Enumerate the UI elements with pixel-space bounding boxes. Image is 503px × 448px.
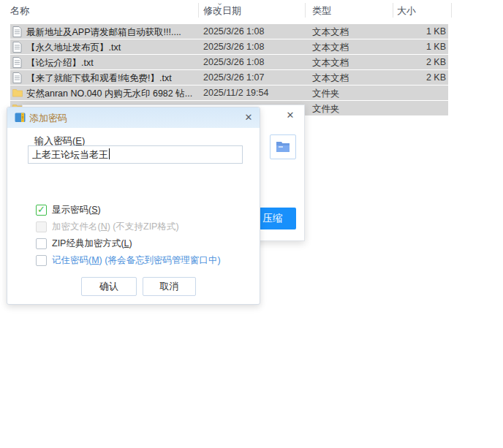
table-row[interactable]: 最新地址及APP请发邮箱自动获取!!!.... 2025/3/26 1:08 文… (10, 24, 448, 39)
checkbox-icon (36, 221, 47, 232)
cancel-button[interactable]: 取消 (143, 277, 196, 296)
checkbox-label: 记住密码(M) (将会备忘到密码管理窗口中) (52, 254, 221, 267)
checkbox-icon (36, 238, 47, 249)
text-file-icon (12, 42, 22, 53)
dialog-title: 添加密码 (29, 112, 67, 125)
browse-folder-button[interactable] (270, 134, 296, 159)
table-row[interactable]: 【来了就能下载和观看!纯免费!】.txt 2025/3/26 1:07 文本文档… (10, 70, 448, 85)
table-row[interactable]: 安然anran NO.040 内购无水印 6982 钻... 2025/11/2… (10, 86, 448, 100)
confirm-button[interactable]: 确认 (81, 277, 137, 296)
encrypt-filenames-checkbox: 加密文件名(N) (不支持ZIP格式) (36, 220, 179, 233)
file-size: 1 KB (426, 26, 446, 37)
checkbox-label: 显示密码(S) (52, 204, 101, 216)
file-type: 文件夹 (312, 88, 340, 100)
file-size: 2 KB (426, 57, 446, 67)
file-name: 安然anran NO.040 内购无水印 6982 钻... (26, 88, 196, 100)
file-date: 2025/3/26 1:08 (203, 42, 264, 52)
file-list: 最新地址及APP请发邮箱自动获取!!!.... 2025/3/26 1:08 文… (0, 24, 503, 116)
archive-zip-icon (15, 112, 26, 123)
screen: ⌄ 名称 修改日期 类型 大小 最新地址及APP请发邮箱自动获取!!!.... … (0, 0, 503, 448)
table-row[interactable]: 【论坛介绍】.txt 2025/3/26 1:08 文本文档 2 KB (10, 55, 448, 69)
zip-classic-encryption-checkbox[interactable]: ZIP经典加密方式(L) (36, 237, 132, 250)
column-separator[interactable] (451, 3, 452, 18)
column-separator[interactable] (305, 3, 306, 18)
file-name: 【永久地址发布页】.txt (26, 42, 196, 54)
file-size: 1 KB (426, 42, 446, 52)
file-type: 文本文档 (312, 26, 349, 39)
file-date: 2025/3/26 1:08 (203, 26, 264, 37)
file-type: 文本文档 (312, 72, 349, 85)
column-separator[interactable] (198, 3, 199, 18)
password-input[interactable]: 上老王论坛当老王 (28, 145, 243, 164)
file-date: 2025/3/26 1:07 (203, 72, 264, 83)
checkbox-label: 加密文件名(N) (不支持ZIP格式) (52, 221, 179, 233)
file-list-header: ⌄ 名称 修改日期 类型 大小 (0, 0, 503, 19)
password-input-value: 上老王论坛当老王 (32, 149, 108, 160)
file-type: 文本文档 (312, 57, 349, 69)
dialog-titlebar: 添加密码 ✕ (7, 107, 260, 128)
close-icon[interactable]: ✕ (282, 107, 298, 124)
file-name: 【来了就能下载和观看!纯免费!】.txt (26, 72, 196, 85)
folder-icon (12, 88, 23, 98)
column-separator[interactable] (393, 3, 393, 18)
text-caret (109, 148, 110, 159)
remember-password-checkbox[interactable]: 记住密码(M) (将会备忘到密码管理窗口中) (36, 254, 221, 267)
add-password-dialog: 添加密码 ✕ 输入密码(E) 上老王论坛当老王 显示密码(S) 加密文件名(N)… (7, 107, 260, 305)
column-header-size[interactable]: 大小 (397, 4, 416, 18)
table-row[interactable]: 【永久地址发布页】.txt 2025/3/26 1:08 文本文档 1 KB (10, 39, 448, 54)
file-size: 2 KB (426, 72, 446, 83)
file-name: 最新地址及APP请发邮箱自动获取!!!.... (26, 26, 196, 39)
close-icon[interactable]: ✕ (241, 110, 257, 126)
column-header-date[interactable]: 修改日期 (203, 4, 241, 18)
file-type: 文本文档 (312, 42, 349, 54)
text-file-icon (12, 72, 22, 83)
file-type: 文件夹 (312, 103, 340, 115)
checkbox-icon (36, 255, 47, 266)
text-file-icon (12, 57, 22, 68)
column-header-type[interactable]: 类型 (312, 4, 331, 18)
file-date: 2025/3/26 1:08 (203, 57, 264, 67)
file-name: 【论坛介绍】.txt (26, 57, 196, 69)
column-header-name[interactable]: 名称 (10, 4, 29, 18)
checkbox-icon (36, 205, 47, 216)
checkbox-label: ZIP经典加密方式(L) (52, 238, 132, 250)
text-file-icon (12, 26, 22, 37)
show-password-checkbox[interactable]: 显示密码(S) (36, 203, 101, 216)
blue-folder-icon (276, 141, 290, 153)
file-date: 2025/11/2 19:54 (203, 88, 268, 98)
